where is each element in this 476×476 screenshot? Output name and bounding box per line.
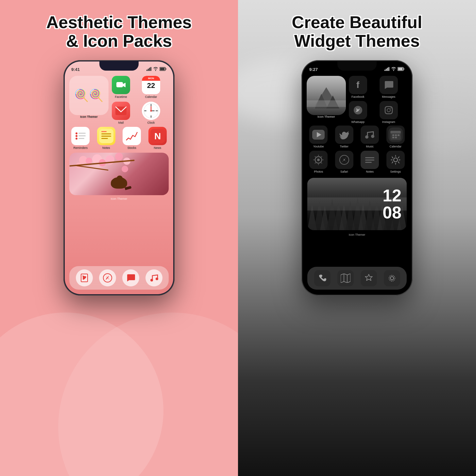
svg-rect-25 — [78, 138, 84, 139]
svg-rect-28 — [101, 136, 111, 137]
dark-dock-settings[interactable] — [384, 270, 400, 286]
signal-icon — [146, 67, 152, 72]
notch — [99, 61, 139, 71]
dark-dock-phone-icon — [314, 270, 331, 286]
app-twitter[interactable]: Twitter — [333, 126, 356, 148]
svg-rect-2 — [149, 68, 150, 71]
app-notes-dark[interactable]: Notes — [359, 151, 381, 173]
widget-clock: 12 08 — [382, 187, 401, 221]
large-dark-widget[interactable]: Icon Themer — [307, 76, 346, 124]
clock-label: Clock — [147, 121, 155, 124]
svg-point-24 — [76, 138, 77, 140]
svg-text:N: N — [154, 131, 161, 141]
dock-phone[interactable] — [76, 269, 93, 286]
app-stocks[interactable]: Stocks — [121, 127, 143, 149]
app-row-2: Reminders Notes — [65, 127, 173, 152]
photo-widget[interactable] — [69, 153, 169, 195]
large-widget-themer[interactable]: 🍭🍭 Icon Themer — [69, 76, 109, 124]
left-panel: Aesthetic Themes & Icon Packs 9:41 — [0, 0, 238, 476]
lollipop-widget: 🍭🍭 — [69, 76, 109, 115]
svg-point-57 — [371, 135, 374, 138]
facetime-icon — [112, 76, 130, 94]
app-facetime[interactable]: Facetime — [112, 76, 130, 98]
right-notch — [337, 61, 377, 71]
app-calendar-dark[interactable]: Calendar — [384, 126, 407, 148]
dock-messages-icon — [122, 269, 139, 286]
photos-dark-label: Photos — [314, 170, 323, 173]
instagram-icon — [380, 101, 398, 119]
svg-rect-42 — [388, 67, 389, 71]
notes-icon — [97, 127, 115, 145]
youtube-icon — [309, 126, 328, 144]
app-safari-dark[interactable]: Safari — [333, 151, 356, 173]
svg-point-56 — [365, 135, 368, 139]
widget-min: 08 — [382, 204, 401, 221]
svg-rect-5 — [166, 68, 166, 70]
dark-widget-label: Icon Themer — [303, 232, 411, 238]
right-wifi-icon — [391, 67, 396, 72]
right-signal-icon — [384, 67, 390, 72]
notes-dark-label: Notes — [366, 170, 374, 173]
svg-point-67 — [317, 159, 320, 161]
svg-point-18 — [150, 110, 152, 112]
svg-rect-45 — [398, 68, 403, 70]
dock-music[interactable] — [145, 269, 162, 286]
svg-rect-49 — [307, 100, 346, 107]
dark-dock-maps-icon — [337, 270, 354, 286]
right-heading: Create Beautiful Widget Themes — [279, 13, 435, 50]
status-time: 9:41 — [71, 67, 80, 72]
svg-rect-30 — [101, 131, 107, 132]
svg-rect-74 — [365, 160, 374, 161]
app-instagram[interactable]: Instagram — [370, 101, 407, 124]
stocks-icon — [123, 127, 141, 145]
svg-rect-39 — [384, 70, 385, 71]
svg-rect-3 — [150, 67, 151, 71]
right-status-time: 9:27 — [309, 67, 318, 72]
app-notes[interactable]: Notes — [95, 127, 118, 149]
left-heading: Aesthetic Themes & Icon Packs — [33, 13, 205, 50]
app-music-dark[interactable]: Music — [359, 126, 381, 148]
clock-icon — [142, 102, 160, 120]
settings-dark-icon — [386, 151, 405, 169]
pink-dock — [69, 266, 169, 290]
svg-rect-31 — [125, 129, 139, 143]
lollipop-emoji: 🍭🍭 — [74, 89, 104, 102]
app-calendar[interactable]: MON 22 Calendar — [133, 76, 169, 98]
svg-point-20 — [76, 132, 77, 134]
app-settings-dark[interactable]: Settings — [384, 151, 407, 173]
svg-rect-23 — [78, 135, 86, 136]
settings-dark-label: Settings — [390, 170, 401, 173]
app-photos-dark[interactable]: Photos — [307, 151, 330, 173]
app-facebook[interactable]: f Facebook — [348, 76, 367, 98]
app-clock[interactable]: Clock — [133, 102, 169, 124]
svg-point-96 — [390, 277, 394, 280]
safari-dark-icon — [335, 151, 353, 169]
calendar-icon: MON 22 — [142, 76, 160, 94]
app-messages-dark[interactable]: Messages — [370, 76, 407, 98]
news-label: News — [154, 146, 161, 149]
mail-icon — [112, 102, 130, 120]
app-whatsapp[interactable]: Whatsapp — [348, 101, 367, 124]
dark-forest-widget[interactable]: 12 08 — [307, 178, 407, 230]
svg-point-37 — [150, 279, 153, 281]
app-news[interactable]: N News — [146, 127, 169, 149]
dock-messages[interactable] — [122, 269, 139, 286]
app-mail[interactable]: Mail — [112, 102, 130, 124]
safari-dark-label: Safari — [340, 170, 348, 173]
dark-dock-phone[interactable] — [314, 270, 331, 286]
dark-dock-appstore[interactable] — [361, 270, 377, 286]
svg-rect-64 — [392, 137, 394, 138]
app-reminders[interactable]: Reminders — [69, 127, 92, 149]
large-dark-label: Icon Themer — [317, 115, 335, 118]
dark-dock-maps[interactable] — [337, 270, 354, 286]
dark-row-3: Photos Safari — [303, 151, 411, 176]
svg-rect-0 — [146, 70, 147, 71]
app-youtube[interactable]: Youtube — [307, 126, 330, 148]
dock-safari[interactable] — [99, 269, 116, 286]
instagram-label: Instagram — [382, 120, 395, 124]
calendar-dark-icon — [386, 126, 405, 144]
music-dark-label: Music — [366, 145, 374, 148]
svg-marker-93 — [341, 274, 350, 283]
battery-icon — [160, 67, 167, 72]
right-phone-container: 9:27 — [301, 60, 413, 296]
